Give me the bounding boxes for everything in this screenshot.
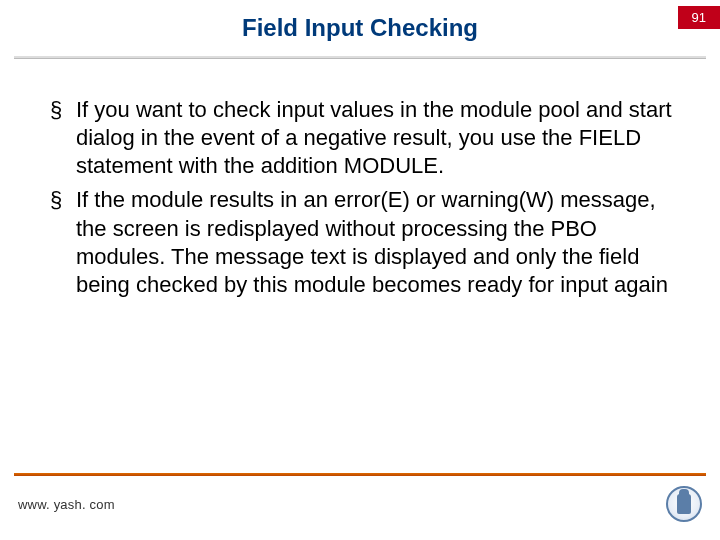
footer-divider: [14, 473, 706, 476]
footer-url: www. yash. com: [18, 497, 115, 512]
logo-glyph: [677, 494, 691, 514]
page-number-badge: 91: [678, 6, 720, 29]
list-item: If the module results in an error(E) or …: [50, 186, 680, 299]
slide-footer: www. yash. com: [0, 473, 720, 522]
slide-header: Field Input Checking 91: [0, 0, 720, 56]
footer-bar: www. yash. com: [0, 486, 720, 522]
slide-content: If you want to check input values in the…: [0, 58, 720, 299]
bullet-list: If you want to check input values in the…: [50, 96, 680, 299]
company-logo-icon: [666, 486, 702, 522]
page-title: Field Input Checking: [242, 14, 478, 42]
list-item: If you want to check input values in the…: [50, 96, 680, 180]
